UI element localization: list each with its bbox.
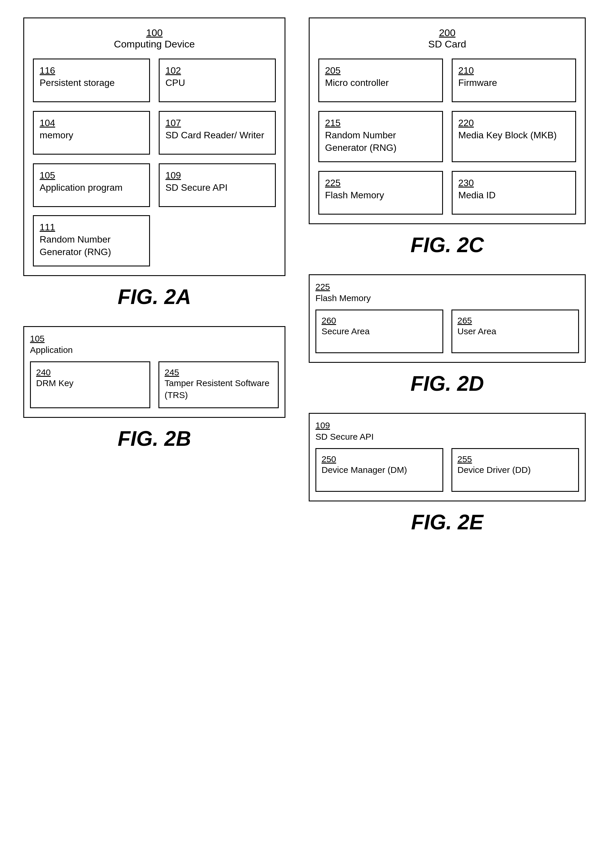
- component-250: 250 Device Manager (DM): [315, 448, 443, 492]
- fig2e-grid: 250 Device Manager (DM) 255 Device Drive…: [315, 448, 579, 492]
- fig2d-grid: 260 Secure Area 265 User Area: [315, 310, 579, 353]
- component-102: 102 CPU: [159, 59, 276, 102]
- comp-255-text: Device Driver (DD): [457, 464, 573, 476]
- fig2a-number: 100: [33, 27, 276, 39]
- comp-107-text: SD Card Reader/ Writer: [166, 129, 264, 141]
- fig2a-container: 100 Computing Device 116 Persistent stor…: [23, 17, 285, 308]
- comp-260-number: 260: [322, 316, 437, 326]
- comp-205-text: Micro controller: [325, 77, 389, 89]
- comp-105-number: 105: [40, 170, 55, 181]
- fig2d-container: 225 Flash Memory 260 Secure Area 265 Use…: [309, 274, 586, 395]
- comp-225-number: 225: [325, 178, 341, 188]
- component-205: 205 Micro controller: [318, 59, 443, 102]
- comp-220-text: Media Key Block (MKB): [459, 129, 557, 141]
- fig2c-container: 200 SD Card 205 Micro controller 210 Fir…: [309, 17, 586, 257]
- component-220: 220 Media Key Block (MKB): [452, 111, 576, 162]
- fig2e-number: 109: [315, 420, 579, 431]
- comp-245-text: Tamper Resistent Software (TRS): [164, 377, 273, 401]
- fig2c-grid: 205 Micro controller 210 Firmware 215 Ra…: [318, 59, 576, 215]
- comp-255-number: 255: [457, 454, 573, 464]
- comp-109-number: 109: [166, 170, 181, 181]
- comp-104-number: 104: [40, 118, 55, 129]
- fig2a-box: 100 Computing Device 116 Persistent stor…: [23, 17, 285, 276]
- component-105: 105 Application program: [33, 163, 150, 207]
- fig2a-header: 100 Computing Device: [33, 27, 276, 50]
- fig2b-name: Application: [30, 345, 73, 355]
- comp-205-number: 205: [325, 65, 341, 76]
- fig2c-label: FIG. 2C: [309, 233, 586, 257]
- comp-265-text: User Area: [457, 326, 573, 338]
- comp-111-text: Random Number Generator (RNG): [40, 233, 143, 258]
- comp-109-text: SD Secure API: [166, 181, 228, 194]
- component-104: 104 memory: [33, 111, 150, 155]
- fig2e-name: SD Secure API: [315, 432, 373, 442]
- fig2a-grid: 116 Persistent storage 102 CPU 104 memor…: [33, 59, 276, 207]
- comp-210-text: Firmware: [459, 77, 497, 89]
- fig2b-box: 105 Application 240 DRM Key 245 Tamper R…: [23, 326, 285, 418]
- comp-104-text: memory: [40, 129, 73, 141]
- fig2c-box: 200 SD Card 205 Micro controller 210 Fir…: [309, 17, 586, 224]
- component-109: 109 SD Secure API: [159, 163, 276, 207]
- comp-102-number: 102: [166, 65, 181, 76]
- fig2e-container: 109 SD Secure API 250 Device Manager (DM…: [309, 413, 586, 534]
- comp-230-number: 230: [459, 178, 474, 188]
- component-245: 245 Tamper Resistent Software (TRS): [158, 361, 279, 408]
- fig2b-label: FIG. 2B: [23, 426, 285, 451]
- fig2d-name: Flash Memory: [315, 293, 371, 303]
- comp-265-number: 265: [457, 316, 573, 326]
- fig2c-name: SD Card: [318, 39, 576, 50]
- component-107: 107 SD Card Reader/ Writer: [159, 111, 276, 155]
- comp-107-number: 107: [166, 118, 181, 129]
- fig2d-number: 225: [315, 281, 579, 292]
- fig2b-grid: 240 DRM Key 245 Tamper Resistent Softwar…: [30, 361, 279, 408]
- component-260: 260 Secure Area: [315, 310, 443, 353]
- component-116: 116 Persistent storage: [33, 59, 150, 102]
- comp-111-number: 111: [40, 222, 55, 232]
- component-265: 265 User Area: [451, 310, 579, 353]
- fig2d-box: 225 Flash Memory 260 Secure Area 265 Use…: [309, 274, 586, 363]
- component-215: 215 Random Number Generator (RNG): [318, 111, 443, 162]
- comp-215-number: 215: [325, 118, 341, 129]
- comp-240-text: DRM Key: [36, 377, 144, 389]
- comp-116-text: Persistent storage: [40, 77, 115, 89]
- fig2b-container: 105 Application 240 DRM Key 245 Tamper R…: [23, 326, 285, 451]
- comp-105-text: Application program: [40, 181, 122, 194]
- fig2e-label: FIG. 2E: [309, 510, 586, 534]
- comp-116-number: 116: [40, 65, 55, 76]
- comp-250-text: Device Manager (DM): [322, 464, 437, 476]
- fig2e-header: 109 SD Secure API: [315, 420, 579, 442]
- component-111: 111 Random Number Generator (RNG): [33, 215, 150, 267]
- comp-250-number: 250: [322, 454, 437, 464]
- fig2c-header: 200 SD Card: [318, 27, 576, 50]
- comp-240-number: 240: [36, 367, 144, 377]
- comp-215-text: Random Number Generator (RNG): [325, 129, 436, 154]
- fig2b-header: 105 Application: [30, 333, 279, 355]
- fig2a-label: FIG. 2A: [23, 285, 285, 308]
- comp-230-text: Media ID: [459, 189, 496, 202]
- component-255: 255 Device Driver (DD): [451, 448, 579, 492]
- fig2e-box: 109 SD Secure API 250 Device Manager (DM…: [309, 413, 586, 501]
- comp-210-number: 210: [459, 65, 474, 76]
- comp-225-text: Flash Memory: [325, 189, 384, 202]
- comp-260-text: Secure Area: [322, 326, 437, 338]
- comp-220-number: 220: [459, 118, 474, 129]
- fig2b-number: 105: [30, 333, 279, 344]
- component-210: 210 Firmware: [452, 59, 576, 102]
- comp-102-text: CPU: [166, 77, 185, 89]
- fig2c-number: 200: [318, 27, 576, 39]
- component-240: 240 DRM Key: [30, 361, 150, 408]
- fig2a-name: Computing Device: [33, 39, 276, 50]
- comp-245-number: 245: [164, 367, 273, 377]
- fig2d-header: 225 Flash Memory: [315, 281, 579, 304]
- fig2d-label: FIG. 2D: [309, 372, 586, 395]
- component-230: 230 Media ID: [452, 171, 576, 215]
- component-225: 225 Flash Memory: [318, 171, 443, 215]
